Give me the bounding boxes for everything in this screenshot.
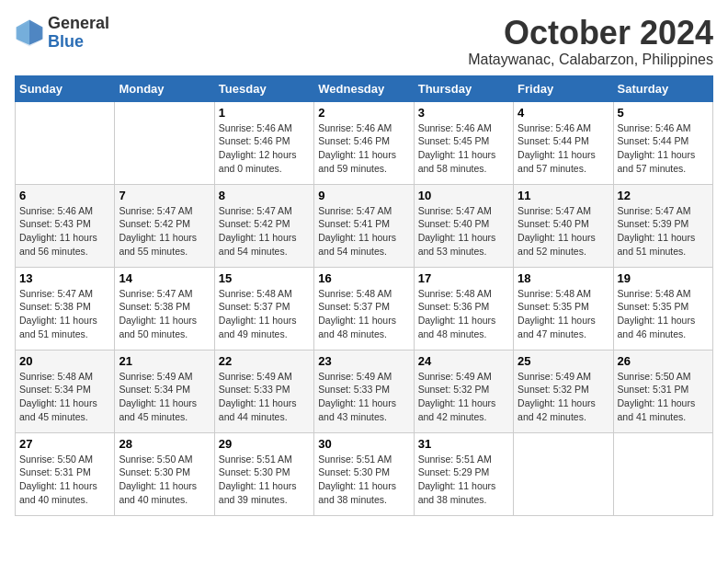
calendar-cell: 19Sunrise: 5:48 AM Sunset: 5:35 PM Dayli… — [613, 267, 712, 350]
day-number: 7 — [119, 189, 210, 202]
calendar-cell: 10Sunrise: 5:47 AM Sunset: 5:40 PM Dayli… — [414, 184, 513, 267]
day-number: 16 — [318, 271, 409, 285]
day-info: Sunrise: 5:49 AM Sunset: 5:32 PM Dayligh… — [418, 370, 509, 424]
day-info: Sunrise: 5:50 AM Sunset: 5:31 PM Dayligh… — [19, 453, 110, 507]
calendar-cell: 24Sunrise: 5:49 AM Sunset: 5:32 PM Dayli… — [414, 350, 513, 432]
day-info: Sunrise: 5:47 AM Sunset: 5:42 PM Dayligh… — [119, 204, 210, 259]
day-info: Sunrise: 5:46 AM Sunset: 5:46 PM Dayligh… — [219, 121, 310, 176]
day-number: 28 — [119, 437, 210, 451]
weekday-header: Monday — [115, 75, 214, 101]
day-number: 26 — [618, 354, 709, 368]
day-info: Sunrise: 5:48 AM Sunset: 5:37 PM Dayligh… — [318, 287, 409, 341]
calendar-week-row: 1Sunrise: 5:46 AM Sunset: 5:46 PM Daylig… — [16, 101, 713, 184]
day-number: 29 — [219, 437, 310, 451]
day-info: Sunrise: 5:47 AM Sunset: 5:38 PM Dayligh… — [119, 287, 210, 341]
calendar-cell: 9Sunrise: 5:47 AM Sunset: 5:41 PM Daylig… — [314, 184, 414, 267]
calendar-cell — [115, 101, 214, 184]
calendar-cell: 11Sunrise: 5:47 AM Sunset: 5:40 PM Dayli… — [514, 184, 613, 267]
day-number: 13 — [19, 271, 110, 285]
day-number: 5 — [618, 106, 709, 120]
day-info: Sunrise: 5:47 AM Sunset: 5:40 PM Dayligh… — [518, 204, 609, 259]
calendar-cell: 3Sunrise: 5:46 AM Sunset: 5:45 PM Daylig… — [414, 101, 513, 184]
calendar-cell: 23Sunrise: 5:49 AM Sunset: 5:33 PM Dayli… — [314, 350, 414, 432]
day-info: Sunrise: 5:48 AM Sunset: 5:35 PM Dayligh… — [518, 287, 609, 341]
day-info: Sunrise: 5:46 AM Sunset: 5:44 PM Dayligh… — [518, 121, 609, 176]
calendar-cell: 16Sunrise: 5:48 AM Sunset: 5:37 PM Dayli… — [314, 267, 414, 350]
day-number: 15 — [219, 271, 310, 285]
calendar-cell: 31Sunrise: 5:51 AM Sunset: 5:29 PM Dayli… — [414, 432, 513, 515]
logo-text: General Blue — [48, 15, 109, 52]
logo-icon — [15, 18, 44, 48]
month-title: October 2024 — [468, 15, 713, 52]
calendar-cell: 4Sunrise: 5:46 AM Sunset: 5:44 PM Daylig… — [514, 101, 613, 184]
day-info: Sunrise: 5:49 AM Sunset: 5:32 PM Dayligh… — [518, 370, 609, 424]
calendar-week-row: 13Sunrise: 5:47 AM Sunset: 5:38 PM Dayli… — [16, 267, 713, 350]
calendar-cell: 25Sunrise: 5:49 AM Sunset: 5:32 PM Dayli… — [514, 350, 613, 432]
day-number: 20 — [19, 354, 110, 368]
calendar-cell: 18Sunrise: 5:48 AM Sunset: 5:35 PM Dayli… — [514, 267, 613, 350]
calendar-cell: 6Sunrise: 5:46 AM Sunset: 5:43 PM Daylig… — [16, 184, 115, 267]
calendar-cell: 30Sunrise: 5:51 AM Sunset: 5:30 PM Dayli… — [314, 432, 414, 515]
day-number: 31 — [418, 437, 509, 451]
day-number: 1 — [219, 106, 310, 120]
day-info: Sunrise: 5:47 AM Sunset: 5:40 PM Dayligh… — [418, 204, 509, 259]
day-info: Sunrise: 5:47 AM Sunset: 5:42 PM Dayligh… — [219, 204, 310, 259]
logo-blue: Blue — [48, 32, 84, 51]
calendar-cell: 22Sunrise: 5:49 AM Sunset: 5:33 PM Dayli… — [214, 350, 313, 432]
day-info: Sunrise: 5:47 AM Sunset: 5:38 PM Dayligh… — [19, 287, 110, 341]
logo: General Blue — [15, 15, 109, 52]
calendar-cell — [16, 101, 115, 184]
weekday-header-row: SundayMondayTuesdayWednesdayThursdayFrid… — [16, 75, 713, 101]
day-number: 25 — [518, 354, 609, 368]
weekday-header: Tuesday — [214, 75, 313, 101]
day-info: Sunrise: 5:48 AM Sunset: 5:37 PM Dayligh… — [219, 287, 310, 341]
day-number: 23 — [318, 354, 409, 368]
title-block: October 2024 Mataywanac, Calabarzon, Phi… — [468, 15, 713, 68]
day-info: Sunrise: 5:50 AM Sunset: 5:30 PM Dayligh… — [119, 453, 210, 507]
weekday-header: Sunday — [16, 75, 115, 101]
day-info: Sunrise: 5:51 AM Sunset: 5:29 PM Dayligh… — [418, 453, 509, 507]
day-number: 12 — [618, 189, 709, 202]
location-title: Mataywanac, Calabarzon, Philippines — [468, 52, 713, 68]
day-info: Sunrise: 5:48 AM Sunset: 5:35 PM Dayligh… — [618, 287, 709, 341]
day-number: 9 — [318, 189, 409, 202]
calendar-week-row: 27Sunrise: 5:50 AM Sunset: 5:31 PM Dayli… — [16, 432, 713, 515]
day-info: Sunrise: 5:48 AM Sunset: 5:36 PM Dayligh… — [418, 287, 509, 341]
calendar-cell: 28Sunrise: 5:50 AM Sunset: 5:30 PM Dayli… — [115, 432, 214, 515]
calendar-cell: 12Sunrise: 5:47 AM Sunset: 5:39 PM Dayli… — [613, 184, 712, 267]
day-number: 4 — [518, 106, 609, 120]
day-info: Sunrise: 5:50 AM Sunset: 5:31 PM Dayligh… — [618, 370, 709, 424]
day-info: Sunrise: 5:47 AM Sunset: 5:41 PM Dayligh… — [318, 204, 409, 259]
day-number: 27 — [19, 437, 110, 451]
day-number: 22 — [219, 354, 310, 368]
day-number: 11 — [518, 189, 609, 202]
day-number: 6 — [19, 189, 110, 202]
day-info: Sunrise: 5:46 AM Sunset: 5:44 PM Dayligh… — [618, 121, 709, 176]
calendar-cell: 15Sunrise: 5:48 AM Sunset: 5:37 PM Dayli… — [214, 267, 313, 350]
calendar-cell: 20Sunrise: 5:48 AM Sunset: 5:34 PM Dayli… — [16, 350, 115, 432]
weekday-header: Saturday — [613, 75, 712, 101]
svg-marker-1 — [29, 19, 42, 44]
day-number: 19 — [618, 271, 709, 285]
day-number: 17 — [418, 271, 509, 285]
calendar-cell: 26Sunrise: 5:50 AM Sunset: 5:31 PM Dayli… — [613, 350, 712, 432]
day-number: 8 — [219, 189, 310, 202]
day-info: Sunrise: 5:49 AM Sunset: 5:33 PM Dayligh… — [219, 370, 310, 424]
day-info: Sunrise: 5:51 AM Sunset: 5:30 PM Dayligh… — [219, 453, 310, 507]
calendar-cell: 21Sunrise: 5:49 AM Sunset: 5:34 PM Dayli… — [115, 350, 214, 432]
day-number: 24 — [418, 354, 509, 368]
calendar-cell: 29Sunrise: 5:51 AM Sunset: 5:30 PM Dayli… — [214, 432, 313, 515]
day-info: Sunrise: 5:48 AM Sunset: 5:34 PM Dayligh… — [19, 370, 110, 424]
calendar-cell: 14Sunrise: 5:47 AM Sunset: 5:38 PM Dayli… — [115, 267, 214, 350]
calendar-cell: 17Sunrise: 5:48 AM Sunset: 5:36 PM Dayli… — [414, 267, 513, 350]
day-number: 10 — [418, 189, 509, 202]
calendar-cell — [613, 432, 712, 515]
calendar-cell: 7Sunrise: 5:47 AM Sunset: 5:42 PM Daylig… — [115, 184, 214, 267]
calendar-cell: 13Sunrise: 5:47 AM Sunset: 5:38 PM Dayli… — [16, 267, 115, 350]
svg-marker-2 — [17, 19, 29, 44]
weekday-header: Wednesday — [314, 75, 414, 101]
calendar-cell: 8Sunrise: 5:47 AM Sunset: 5:42 PM Daylig… — [214, 184, 313, 267]
calendar-week-row: 6Sunrise: 5:46 AM Sunset: 5:43 PM Daylig… — [16, 184, 713, 267]
day-info: Sunrise: 5:46 AM Sunset: 5:43 PM Dayligh… — [19, 204, 110, 259]
day-number: 3 — [418, 106, 509, 120]
